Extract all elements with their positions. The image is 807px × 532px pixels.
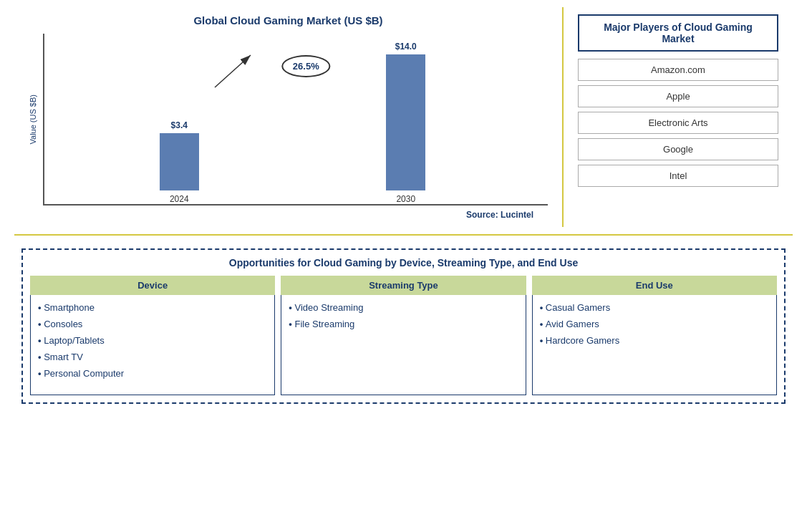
- streaming-item-0: Video Streaming: [289, 302, 518, 313]
- device-item-1: Consoles: [38, 319, 267, 329]
- enduse-item-1: Avid Gamers: [540, 319, 769, 329]
- player-item-0: Amazon.com: [578, 59, 778, 81]
- bar-2030: [386, 54, 425, 190]
- device-list: Smartphone Consoles Laptop/Tablets Smart…: [38, 302, 267, 379]
- device-item-3: Smart TV: [38, 352, 267, 362]
- streaming-item-1: File Streaming: [289, 319, 518, 329]
- players-title: Major Players of Cloud Gaming Market: [578, 14, 778, 52]
- player-item-4: Intel: [578, 165, 778, 187]
- player-item-1: Apple: [578, 85, 778, 107]
- bar-value-2024: $3.4: [171, 120, 188, 130]
- players-section: Major Players of Cloud Gaming Market Ama…: [564, 7, 793, 227]
- chart-section: Global Cloud Gaming Market (US $B) Value…: [14, 7, 564, 227]
- main-container: Global Cloud Gaming Market (US $B) Value…: [0, 0, 807, 532]
- category-header-enduse: End Use: [532, 276, 777, 295]
- bars-area: 26.5% $3.4 2024 $14.0 2030: [43, 34, 548, 205]
- bar-label-2030: 2030: [396, 194, 415, 204]
- source-text: Source: Lucintel: [29, 210, 548, 220]
- category-col-streaming: Streaming Type Video Streaming File Stre…: [281, 276, 526, 395]
- top-section: Global Cloud Gaming Market (US $B) Value…: [14, 7, 793, 236]
- enduse-item-0: Casual Gamers: [540, 302, 769, 313]
- cagr-annotation: 26.5%: [281, 55, 331, 77]
- streaming-list: Video Streaming File Streaming: [289, 302, 518, 329]
- category-header-device: Device: [30, 276, 275, 295]
- y-axis-label: Value (US $B): [29, 95, 37, 145]
- bar-value-2030: $14.0: [395, 42, 417, 52]
- bottom-section: Opportunities for Cloud Gaming by Device…: [21, 248, 786, 404]
- bar-group-2030: $14.0 2030: [386, 42, 425, 204]
- chart-inner: 26.5% $3.4 2024 $14.0 2030: [43, 34, 548, 205]
- chart-title: Global Cloud Gaming Market (US $B): [193, 14, 382, 26]
- player-item-2: Electronic Arts: [578, 112, 778, 134]
- opportunities-title: Opportunities for Cloud Gaming by Device…: [30, 257, 777, 269]
- category-body-streaming: Video Streaming File Streaming: [281, 295, 526, 395]
- cagr-ellipse: 26.5%: [281, 55, 331, 77]
- device-item-2: Laptop/Tablets: [38, 335, 267, 346]
- player-item-3: Google: [578, 138, 778, 160]
- bar-group-2024: $3.4 2024: [160, 120, 199, 204]
- enduse-list: Casual Gamers Avid Gamers Hardcore Gamer…: [540, 302, 769, 346]
- category-header-streaming: Streaming Type: [281, 276, 526, 295]
- category-body-enduse: Casual Gamers Avid Gamers Hardcore Gamer…: [532, 295, 777, 395]
- category-col-enduse: End Use Casual Gamers Avid Gamers Hardco…: [532, 276, 777, 395]
- category-col-device: Device Smartphone Consoles Laptop/Tablet…: [30, 276, 275, 395]
- bar-label-2024: 2024: [170, 194, 189, 204]
- category-body-device: Smartphone Consoles Laptop/Tablets Smart…: [30, 295, 275, 395]
- bar-2024: [160, 133, 199, 190]
- device-item-4: Personal Computer: [38, 368, 267, 379]
- device-item-0: Smartphone: [38, 302, 267, 313]
- chart-wrapper: Value (US $B): [29, 34, 548, 205]
- enduse-item-2: Hardcore Gamers: [540, 335, 769, 346]
- categories-row: Device Smartphone Consoles Laptop/Tablet…: [30, 276, 777, 395]
